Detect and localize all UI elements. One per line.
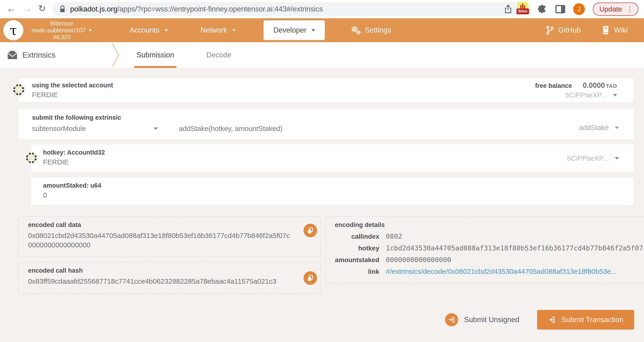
section-title: Extrinsics [7,50,56,60]
wiki-link[interactable]: Wiki [602,26,628,35]
free-balance-value: 0.0000 [583,81,605,89]
hotkey-identicon[interactable] [24,151,38,166]
copy-call-hash-button[interactable] [304,271,317,285]
nav-network-label: Network [201,26,227,35]
browser-menu-icon[interactable]: ⋮ [626,6,633,13]
bittensor-logo[interactable]: τ [3,20,24,40]
hotkey-address-short: 5CiPPseXP... [567,154,609,162]
nav-accounts[interactable]: Accounts [130,26,168,35]
url-domain: polkadot.js.org [70,5,118,13]
sites-bar [522,4,523,9]
amount-param-label: amountStaked: u64 [43,182,634,189]
encoding-details-title: encoding details [335,221,385,228]
chevron-down-icon [164,29,168,31]
module-select[interactable]: subtensorModule [32,125,154,133]
gears-icon [350,26,361,35]
chevron-down-icon [232,29,236,31]
detail-row-callindex: callindex 0802 [335,232,644,240]
extrinsics-page: using the selected account FERDIE free b… [0,68,644,342]
detail-row-amountstaked: amountstaked 0000000000000000 [335,256,644,264]
account-select-row[interactable]: using the selected account FERDIE free b… [18,78,634,103]
nav-accounts-label: Accounts [130,26,160,35]
url-path: /apps/?rpc=wss://entrypoint-finney.opent… [118,5,323,13]
tabs: Submission Decode [134,42,234,68]
submit-transaction-button[interactable]: Submit Transaction [537,310,634,329]
amount-param-input[interactable]: 0 [43,191,634,199]
tab-submission[interactable]: Submission [134,42,177,68]
submit-unsigned-button[interactable]: Submit Unsigned [445,313,519,326]
detail-value: 0000000000000000 [386,256,451,264]
detail-label: hotkey [335,245,379,252]
browser-profile-avatar[interactable]: J [573,3,585,15]
decode-link[interactable]: #/extrinsics/decode/0x08021cbd2d43530a44… [386,267,617,275]
breadcrumb-chevron-icon [112,44,120,67]
detail-value: 1cbd2d43530a44705ad088af313e18f80b53ef16… [386,244,644,252]
app-header: τ Bittensor node-subtensor/107 #6,323 Ac… [0,18,644,42]
encoded-call-hash-box: encoded call hash 0x83ff59cdaaafd2556877… [18,262,321,294]
detail-row-link: link #/extrinsics/decode/0x08021cbd2d435… [335,267,644,275]
extrinsic-select-label: submit the following extrinsic [32,114,121,121]
chevron-down-icon[interactable] [615,157,619,159]
update-label: Update [599,5,622,13]
detail-label: amountstaked [335,256,379,264]
sign-in-icon [445,313,458,326]
browser-toolbar-right: Sites J Update ⋮ [516,0,644,18]
account-identicon[interactable] [12,82,26,98]
share-icon[interactable] [504,5,512,14]
mail-extrinsics-icon [7,50,18,60]
copy-icon [307,275,314,282]
sites-extension-label: Sites [516,9,529,14]
detail-label: callindex [335,233,379,240]
github-link-label: GitHub [558,26,581,35]
copy-icon [307,227,314,234]
extensions-puzzle-icon[interactable] [537,4,548,14]
nav-network[interactable]: Network [201,26,236,35]
encoded-left-column: encoded call data 0x08021cbd2d43530a4470… [18,216,321,294]
method-signature[interactable]: addStake(hotkey, amountStaked) [179,125,282,133]
url-text[interactable]: polkadot.js.org/apps/?rpc=wss://entrypoi… [70,5,323,13]
book-icon [602,26,610,35]
wiki-link-label: Wiki [614,26,628,35]
chain-name: Bittensor [27,20,97,27]
nav-settings-label: Settings [365,26,391,35]
account-name: FERDIE [32,91,113,99]
chain-info[interactable]: Bittensor node-subtensor/107 #6,323 [27,20,97,40]
chevron-down-icon [89,29,92,31]
browser-chrome: ← → ↻ polkadot.js.org/apps/?rpc=wss://en… [0,0,644,18]
extrinsic-params: hotkey: AccountId32 FERDIE 5CiPPseXP... … [22,143,634,212]
sign-in-icon [548,316,555,323]
section-title-label: Extrinsics [22,51,56,60]
nav-settings[interactable]: Settings [350,26,391,35]
nav-developer[interactable]: Developer [264,20,324,40]
hotkey-param-label: hotkey: AccountId32 [43,149,634,156]
browser-update-button[interactable]: Update ⋮ [593,3,638,16]
encoded-call-data-label: encoded call data [28,221,81,228]
sidebar-icon[interactable] [555,5,565,14]
copy-call-data-button[interactable] [304,224,317,237]
url-bar[interactable]: polkadot.js.org/apps/?rpc=wss://entrypoi… [52,2,531,16]
browser-back-icon[interactable]: ← [6,3,16,14]
encoded-call-hash-label: encoded call hash [28,267,83,274]
tab-decode[interactable]: Decode [204,42,234,68]
main-nav: Accounts Network Developer Settings [97,20,391,40]
best-block-number: #6,323 [27,34,97,41]
node-version: node-subtensor/107 [32,27,86,34]
balance-unit: TAO [606,83,617,89]
detail-label: link [335,268,379,275]
sites-bar [520,5,522,9]
encoded-section: encoded call data 0x08021cbd2d43530a4470… [18,216,634,294]
chevron-down-icon[interactable] [613,94,617,96]
chevron-down-icon[interactable] [615,126,619,129]
browser-forward-icon[interactable]: → [22,3,32,14]
chevron-down-icon [312,29,315,31]
param-hotkey-row[interactable]: hotkey: AccountId32 FERDIE 5CiPPseXP... [31,144,634,173]
chevron-down-icon[interactable] [154,127,158,130]
encoded-call-data-value: 0x08021cbd2d43530a44705ad088af313e18f80b… [28,231,290,250]
extrinsic-select-row: submit the following extrinsic subtensor… [18,109,634,140]
submit-unsigned-label: Submit Unsigned [464,315,519,324]
git-branch-icon [546,26,554,35]
browser-reload-icon[interactable]: ↻ [38,3,46,14]
sites-extension-icon[interactable]: Sites [516,2,529,16]
account-select-label: using the selected account [32,82,113,89]
github-link[interactable]: GitHub [546,26,581,35]
